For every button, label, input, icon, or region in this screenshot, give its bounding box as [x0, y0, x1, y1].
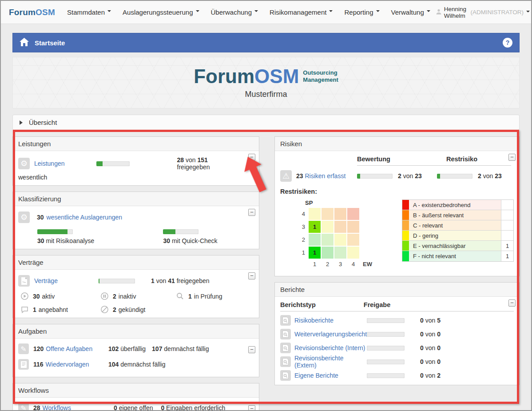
legend-color-swatch — [402, 210, 409, 220]
status-count: 1 — [188, 293, 192, 300]
menu-item-verwaltung[interactable]: Verwaltung — [385, 4, 436, 20]
aufgaben-row: 116Wiedervorlagen104 demnächst fällig — [18, 359, 254, 370]
count-value: 0 — [420, 317, 424, 324]
klassifizierung-count: 30 — [37, 214, 44, 221]
chevron-down-icon — [196, 10, 199, 14]
matrix-spacer — [360, 208, 375, 220]
berichte-progressbar — [367, 373, 405, 378]
menu-item--berwachung[interactable]: Überwachung — [205, 4, 264, 20]
aufgaben-details: 104 demnächst fällig — [108, 361, 171, 368]
menu-item-stammdaten[interactable]: Stammdaten — [61, 4, 117, 20]
overview-toggle[interactable]: Übersicht — [12, 115, 520, 130]
matrix-cell — [334, 247, 346, 259]
aufgaben-link[interactable]: Wiedervorlagen — [46, 361, 89, 368]
app-logo[interactable]: ForumOSM — [9, 8, 55, 17]
legend-count — [501, 220, 513, 230]
berichte-progressbar — [367, 359, 405, 364]
status-label: gekündigt — [119, 306, 146, 313]
minimize-icon[interactable]: − — [248, 346, 255, 353]
menu-item-reporting[interactable]: Reporting — [338, 4, 385, 20]
app-window: ForumOSM StammdatenAuslagerungssteuerung… — [0, 0, 532, 411]
berichte-count-text: 0 von 0 — [420, 358, 441, 365]
count-value: 104 — [108, 361, 119, 368]
search-circle-icon — [176, 292, 184, 300]
panel-vertraege-title: Verträge — [13, 255, 259, 270]
matrix-cell — [322, 208, 333, 220]
vertraege-status-angebahnt: 1angebahnt — [21, 306, 101, 313]
workflows-link[interactable]: Workflows — [43, 404, 71, 411]
legend-row: D - gering — [402, 231, 513, 241]
vertraege-status-row: 1angebahnt2gekündigt — [18, 306, 254, 313]
user-role: (ADMINISTRATOR) — [470, 9, 524, 16]
klassifizierung-link[interactable]: wesentliche Auslagerungen — [47, 214, 122, 221]
matrix-y-axis-label: SP — [305, 200, 375, 206]
count-value: 0 — [420, 344, 424, 351]
user-menu[interactable]: Henning Wilhelm (ADMINISTRATOR) — [436, 6, 530, 19]
matrix-x-axis-label: EW — [360, 259, 375, 271]
minimize-icon[interactable]: − — [508, 154, 516, 161]
count-value: 0 — [437, 358, 441, 365]
banner-tagline: Outsourcing Management — [303, 69, 338, 84]
matrix-row-label: 3 — [300, 221, 308, 233]
matrix-cell — [309, 208, 321, 220]
report-icon — [280, 370, 291, 381]
legend-label: B - äußerst relevant — [409, 210, 501, 220]
leistungen-link[interactable]: Leistungen — [34, 160, 65, 167]
vertraege-link[interactable]: Verträge — [34, 277, 58, 284]
panel-leistungen: Leistungen − ⚙ Leistungen 28 von 151 fre… — [12, 136, 259, 186]
matrix-cell — [322, 247, 333, 259]
user-name: Henning Wilhelm — [444, 6, 469, 19]
menu-item-auslagerungssteuerung[interactable]: Auslagerungssteuerung — [117, 4, 205, 20]
matrix-spacer — [360, 247, 375, 259]
menu-item-risikomanagement[interactable]: Risikomanagement — [264, 4, 338, 20]
berichte-link[interactable]: Eigene Berichte — [294, 372, 367, 379]
berichte-row: Risikoberichte0 von 5 — [280, 315, 514, 325]
berichte-link[interactable]: Weiterverlagerungsberichte — [294, 331, 367, 338]
matrix-cell — [347, 247, 359, 259]
note-icon — [18, 359, 29, 370]
risk-warning-icon: ⚠ — [280, 170, 292, 182]
berichte-link[interactable]: Revisionsberichte (Intern) — [294, 344, 367, 351]
klassifizierung-bar-risikoanalyse: 30 mit Risikoanalyse — [37, 229, 94, 244]
matrix-spacer — [360, 221, 375, 233]
cancel-circle-icon — [101, 306, 108, 313]
status-count: 1 — [33, 306, 36, 313]
tasks-icon: ✎ — [18, 403, 29, 411]
aufgaben-row-main: 116Wiedervorlagen — [18, 359, 108, 370]
panel-klassifizierung-title: Klassifizierung — [13, 192, 259, 206]
berichte-count-text: 0 von 5 — [420, 317, 441, 324]
count-value: 5 — [437, 317, 441, 324]
berichte-link[interactable]: Risikoberichte — [294, 317, 367, 324]
minimize-icon[interactable]: − — [248, 272, 255, 279]
vertraege-status-row: 30aktiv2inaktiv1in Prüfung — [18, 292, 254, 300]
legend-color-swatch — [402, 220, 409, 230]
minimize-icon[interactable]: − — [248, 405, 255, 411]
matrix-row-label: 2 — [300, 234, 308, 246]
restrisiko-progressbar — [437, 174, 472, 179]
matrix-cell — [334, 221, 346, 233]
matrix-cell: 1 — [309, 247, 321, 259]
matrix-col-label: 1 — [309, 259, 321, 271]
legend-row: A - existenzbedrohend — [402, 200, 513, 210]
risiken-link[interactable]: Risiken erfasst — [305, 172, 345, 180]
minimize-icon[interactable]: − — [508, 299, 516, 307]
legend-count — [501, 210, 513, 220]
minimize-icon[interactable]: − — [248, 209, 255, 216]
help-icon[interactable]: ? — [503, 38, 512, 48]
status-label: inaktiv — [119, 293, 136, 300]
matrix-cell — [322, 234, 333, 246]
pause-circle-icon — [101, 292, 108, 300]
matrix-row-label: 4 — [300, 208, 308, 220]
breadcrumb-bar: Startseite ? — [12, 33, 520, 52]
home-icon[interactable] — [20, 38, 29, 48]
aufgaben-row: ✎120Offene Aufgaben102 überfällig107 dem… — [18, 343, 254, 354]
aufgaben-link[interactable]: Offene Aufgaben — [46, 345, 92, 352]
legend-color-swatch — [402, 251, 409, 261]
matrix-cell — [347, 208, 359, 220]
minimize-icon[interactable]: − — [248, 154, 255, 161]
legend-count — [501, 200, 513, 210]
chevron-down-icon — [254, 10, 258, 14]
berichte-progressbar — [367, 346, 405, 351]
berichte-link[interactable]: Revisionsberichte (Extern) — [294, 355, 367, 369]
matrix-col-label: 3 — [334, 259, 346, 271]
